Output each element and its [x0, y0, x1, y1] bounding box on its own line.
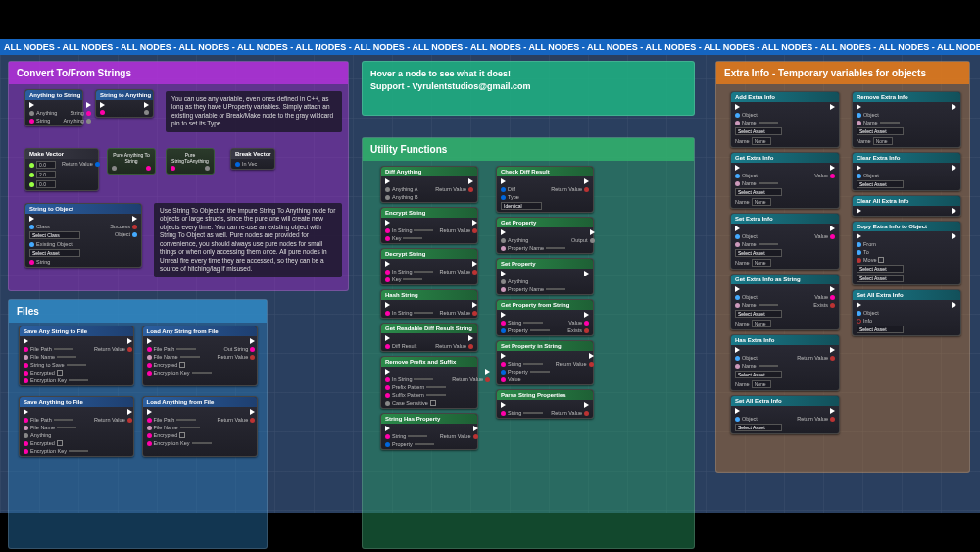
pin-in[interactable]: In String	[385, 227, 433, 233]
pin-in[interactable]: Encrypted	[147, 362, 212, 368]
pin-out[interactable]: Return Value	[551, 186, 589, 192]
node-get-property-from-string[interactable]: Get Property from String StringPropertyV…	[496, 299, 594, 336]
pin-out[interactable]: Return Value	[440, 433, 478, 439]
pin-out[interactable]: Return Value	[551, 410, 589, 416]
pin-in[interactable]: Property Name	[501, 245, 565, 251]
pin-out[interactable]: Return Value	[218, 354, 256, 360]
pin-out[interactable]: Return Value	[439, 227, 477, 233]
pin-out[interactable]: Exists	[567, 327, 589, 333]
pin-in[interactable]: Object	[735, 294, 782, 300]
pin-out[interactable]: Out String	[223, 346, 255, 352]
pin-out[interactable]: Output	[571, 237, 595, 243]
node-clear-all-extra-info[interactable]: Clear All Extra Info	[852, 195, 961, 217]
pin-in[interactable]: Object	[857, 173, 904, 178]
pin-out[interactable]: Return Value	[556, 361, 594, 367]
node-get-extra-info[interactable]: Get Extra Info ObjectNameSelect AssetNam…	[730, 152, 840, 209]
pin-out[interactable]: Return Value	[218, 417, 256, 423]
pin-out[interactable]: Return Value	[435, 186, 473, 192]
node-set-all-extra-info[interactable]: Set All Extra Info ObjectInfoSelect Asse…	[852, 289, 961, 336]
pin-in[interactable]: Type	[501, 194, 542, 200]
pin-in[interactable]: Object	[735, 416, 782, 422]
node-remove-prefix-and-suffix[interactable]: Remove Prefix and Suffix In StringPrefix…	[380, 356, 478, 409]
node-break-vector[interactable]: Break Vector In Vec	[230, 148, 275, 170]
pin-in[interactable]: Property Name	[501, 286, 565, 292]
node-string-has-property[interactable]: String Has Property StringPropertyReturn…	[380, 413, 478, 450]
pin-in[interactable]: Anything	[24, 432, 88, 438]
node-check-diff-result[interactable]: Check Diff Result DiffTypeIdenticalRetur…	[496, 166, 594, 213]
node-set-all-extra-info[interactable]: Set All Extra Info ObjectSelect AssetRet…	[730, 395, 840, 434]
node-set-property-in-string[interactable]: Set Property in String StringPropertyVal…	[496, 340, 594, 385]
pin-in[interactable]: Encrypted	[24, 370, 88, 376]
pin-in[interactable]: Prefix Pattern	[385, 384, 446, 390]
pin-in[interactable]: Object	[857, 310, 904, 316]
pin-in[interactable]: Name	[735, 302, 782, 308]
node-get-readable-diff-result-string[interactable]: Get Readable Diff Result String Diff Res…	[380, 323, 478, 352]
pin-in[interactable]: File Name	[24, 425, 88, 430]
pin-out[interactable]: Return Value	[797, 416, 835, 422]
pin-in[interactable]: Encryption Key	[24, 377, 88, 383]
pin-in[interactable]: String to Save	[24, 362, 88, 368]
pin-in[interactable]: Property	[501, 369, 550, 375]
pin-in[interactable]: Diff	[501, 186, 542, 192]
node-clear-extra-info[interactable]: Clear Extra Info ObjectSelect Asset	[852, 152, 961, 191]
pin-in[interactable]: Encryption Key	[147, 440, 212, 446]
node-diff-anything[interactable]: Diff Anything Anything AAnything BReturn…	[380, 166, 478, 203]
pin-out[interactable]: Return Value	[439, 310, 477, 316]
pin-in[interactable]: In String	[385, 310, 433, 316]
node-set-extra-info[interactable]: Set Extra Info ObjectNameSelect AssetNam…	[730, 213, 840, 270]
node-add-extra-info[interactable]: Add Extra Info ObjectNameSelect AssetNam…	[730, 91, 840, 148]
pin-in[interactable]: Value	[501, 376, 550, 382]
node-load-anything-from-file[interactable]: Load Anything from File File PathFile Na…	[142, 396, 258, 457]
pin-out[interactable]: Return Value	[94, 346, 132, 352]
node-anything-to-string[interactable]: Anything to String Anything String Strin…	[24, 89, 83, 126]
node-save-anything-to-file[interactable]: Save Anything to File File PathFile Name…	[19, 396, 134, 457]
pin-in[interactable]: Encrypted	[147, 432, 212, 438]
pin-in[interactable]: Name	[857, 120, 904, 125]
node-load-any-string-from-file[interactable]: Load Any String from File File PathFile …	[142, 326, 258, 386]
node-string-to-anything[interactable]: String to Anything	[95, 89, 154, 118]
pin-in[interactable]: Info	[857, 318, 904, 324]
node-make-vector[interactable]: Make Vector 0.0 2.0 0.0 Return Value	[24, 148, 99, 191]
pin-in[interactable]: Encryption Key	[24, 448, 88, 454]
pin-in[interactable]: File Path	[24, 417, 88, 423]
pin-in[interactable]: Encrypted	[24, 440, 88, 446]
pin-in[interactable]: Property	[501, 327, 550, 333]
pin-in[interactable]: In String	[385, 376, 446, 382]
node-encrypt-string[interactable]: Encrypt String In StringKeyReturn Value	[380, 207, 478, 244]
pin-out[interactable]: Return Value	[94, 417, 132, 423]
pin-in[interactable]: Name	[735, 241, 782, 247]
pin-out[interactable]: Return Value	[439, 269, 477, 275]
pin-in[interactable]: Encryption Key	[147, 370, 212, 376]
pin-out[interactable]: Return Value	[797, 355, 835, 361]
node-save-any-string-to-file[interactable]: Save Any String to File File PathFile Na…	[19, 326, 134, 386]
pin-in[interactable]: Move	[857, 257, 904, 263]
pin-in[interactable]: String	[501, 320, 550, 326]
pin-in[interactable]: Object	[857, 112, 904, 118]
pin-in[interactable]: In String	[385, 269, 433, 275]
pin-in[interactable]: File Name	[147, 425, 212, 430]
pin-in[interactable]: Key	[385, 235, 433, 241]
pin-out[interactable]: Return Value	[452, 376, 490, 382]
pin-in[interactable]: To	[857, 249, 904, 255]
pin-in[interactable]: File Name	[147, 354, 212, 360]
pin-in[interactable]: Object	[735, 173, 782, 178]
pin-in[interactable]: File Path	[147, 417, 212, 423]
pin-in[interactable]: Anything	[501, 237, 565, 243]
node-pure-string-to-anything[interactable]: Pure StringToAnything	[166, 148, 215, 175]
pin-in[interactable]: Case Sensitive	[385, 400, 446, 406]
node-copy-extra-info-to-object[interactable]: Copy Extra Info to Object FromToMoveSele…	[852, 221, 961, 285]
pin-out[interactable]: Value	[814, 173, 835, 178]
node-has-extra-info[interactable]: Has Extra Info ObjectNameSelect AssetNam…	[730, 334, 840, 391]
pin-in[interactable]: Object	[735, 112, 782, 118]
pin-in[interactable]: Anything	[501, 278, 565, 284]
pin-in[interactable]: File Name	[24, 354, 88, 360]
pin-in[interactable]: Anything B	[385, 194, 426, 200]
node-parse-string-properties[interactable]: Parse String Properties StringReturn Val…	[496, 389, 594, 419]
node-get-property[interactable]: Get Property AnythingProperty NameOutput	[496, 217, 594, 254]
node-hash-string[interactable]: Hash String In StringReturn Value	[380, 289, 478, 319]
pin-in[interactable]: Diff Result	[385, 343, 426, 349]
pin-in[interactable]: Name	[735, 120, 782, 125]
pin-in[interactable]: Property	[385, 441, 434, 447]
node-decrypt-string[interactable]: Decrypt String In StringKeyReturn Value	[380, 248, 478, 285]
pin-in[interactable]: String	[385, 433, 434, 439]
